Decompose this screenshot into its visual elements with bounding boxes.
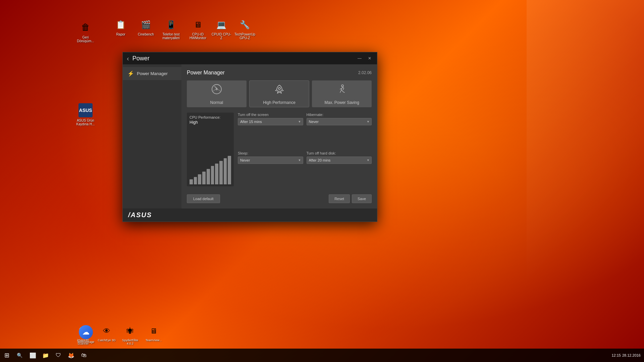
normal-mode-icon xyxy=(211,83,223,98)
start-button[interactable]: ⊞ xyxy=(0,349,13,362)
performance-bar-8 xyxy=(224,158,227,184)
cpu-performance-label: CPU Performance: xyxy=(190,115,220,119)
max-power-saving-button[interactable]: Max. Power Saving xyxy=(312,80,372,107)
sleep-group: Sleep: Never After 5 mins After 15 mins … xyxy=(238,151,303,186)
performance-bar-6 xyxy=(215,164,218,184)
taskbar-items: ⬜ 📁 🛡 🦊 🛍 xyxy=(27,349,90,362)
webstorage-icon[interactable]: ☁ WebStorage xyxy=(76,325,96,344)
sidebar-item-power-manager[interactable]: ⚡ Power Manager xyxy=(123,67,181,80)
svg-line-2 xyxy=(215,86,217,88)
power-window: ‹ Power — ✕ ⚡ Power Manager Power Manage… xyxy=(122,52,377,222)
minimize-button[interactable]: — xyxy=(355,54,364,63)
cpuid-cpu-z-icon[interactable]: 💻 CPUID CPU-Z xyxy=(211,18,231,40)
turn-off-hard-disk-group: Turn off hard disk: After 20 mins Never … xyxy=(307,151,372,186)
window-main: Power Manager 2.02.06 xyxy=(181,64,377,208)
bottom-buttons: Load default Reset Save xyxy=(187,191,372,203)
turn-off-screen-group: Turn off the screen After 15 mins Never … xyxy=(238,113,303,148)
recycle-bin-icon[interactable]: 🗑 Geri Dönüşüm... xyxy=(74,20,97,43)
back-button[interactable]: ‹ xyxy=(127,55,129,62)
panel-header: Power Manager 2.02.06 xyxy=(187,70,372,76)
turn-off-hard-disk-select[interactable]: After 20 mins Never After 10 mins After … xyxy=(307,157,372,164)
high-performance-icon xyxy=(273,83,285,98)
recycle-bin-label: Geri Dönüşüm... xyxy=(74,36,97,43)
svg-point-4 xyxy=(341,85,343,87)
mode-buttons: Normal Hig xyxy=(187,80,372,107)
turn-off-hard-disk-label: Turn off hard disk: xyxy=(307,151,372,155)
task-view-button[interactable]: ⬜ xyxy=(27,349,39,362)
sidebar-item-label: Power Manager xyxy=(137,71,168,76)
normal-mode-label: Normal xyxy=(210,100,223,105)
settings-section: Turn off the screen After 15 mins Never … xyxy=(238,113,372,186)
panel-version: 2.02.06 xyxy=(358,70,372,75)
cpu-hwmonitor-icon[interactable]: 🖥 CPU-ID HWMonitor xyxy=(188,18,208,40)
left-desktop-icons: 🗑 Geri Dönüşüm... ASUS ASUS Ürün Kaydına… xyxy=(74,20,97,133)
performance-bar-3 xyxy=(202,172,206,184)
window-titlebar: ‹ Power — ✕ xyxy=(123,52,377,64)
save-button[interactable]: Save xyxy=(352,194,372,203)
performance-bar-9 xyxy=(228,156,231,184)
gpu-z-icon[interactable]: 🔧 TechPowerUp GPU-Z xyxy=(235,18,255,40)
window-title: Power xyxy=(132,55,150,62)
max-power-saving-label: Max. Power Saving xyxy=(324,100,359,105)
close-button[interactable]: ✕ xyxy=(365,54,374,63)
performance-bars xyxy=(190,166,231,184)
performance-bar-4 xyxy=(207,169,210,184)
power-manager-icon: ⚡ xyxy=(127,70,134,77)
performance-bar-0 xyxy=(190,179,193,184)
performance-bar-2 xyxy=(198,174,201,184)
hibernate-group: Hibernate: Never After 15 mins After 30 … xyxy=(307,113,372,148)
sleep-select[interactable]: Never After 5 mins After 15 mins After 3… xyxy=(238,157,303,164)
panel-title: Power Manager xyxy=(187,70,225,76)
hibernate-select[interactable]: Never After 15 mins After 30 mins After … xyxy=(307,118,372,125)
right-top-icons: 🖥 CPU-ID HWMonitor 💻 CPUID CPU-Z 🔧 TechP… xyxy=(188,18,255,40)
shield-taskbar[interactable]: 🛡 xyxy=(52,349,64,362)
sleep-label: Sleep: xyxy=(238,151,303,155)
telefon-test-icon[interactable]: 📱 Telefon test materyalleri xyxy=(161,18,181,40)
teamviewer-icon[interactable]: 🖥 TeamView... xyxy=(144,325,164,345)
file-explorer-taskbar[interactable]: 📁 xyxy=(40,349,52,362)
turn-off-screen-label: Turn off the screen xyxy=(238,113,303,117)
normal-mode-button[interactable]: Normal xyxy=(187,80,247,107)
window-controls: — ✕ xyxy=(355,52,374,64)
asus-logo: /ASUS xyxy=(128,211,152,219)
power-saving-icon xyxy=(336,83,348,98)
performance-section: CPU Performance: High Turn off the scree… xyxy=(187,113,372,186)
window-content: ⚡ Power Manager Power Manager 2.02.06 xyxy=(123,64,377,208)
taskbar: ⊞ 🔍 ⬜ 📁 🛡 🦊 🛍 12:15 28.12.2016 xyxy=(0,349,644,362)
turn-off-screen-select[interactable]: After 15 mins Never After 1 min After 5 … xyxy=(238,118,303,125)
high-performance-mode-button[interactable]: High Performance xyxy=(249,80,310,107)
firefox-taskbar[interactable]: 🦊 xyxy=(65,349,77,362)
hibernate-label: Hibernate: xyxy=(307,113,372,117)
performance-bar-5 xyxy=(211,166,214,184)
rapor-icon[interactable]: 📋 Rapor xyxy=(111,18,131,40)
action-buttons: Reset Save xyxy=(329,194,372,203)
cpu-performance-chart: CPU Performance: High xyxy=(187,113,234,186)
load-default-button[interactable]: Load default xyxy=(187,194,220,203)
asus-product-label: ASUS Ürün Kaydına H... xyxy=(74,119,97,126)
performance-bar-7 xyxy=(219,161,223,184)
store-taskbar[interactable]: 🛍 xyxy=(78,349,90,362)
cinebench-icon[interactable]: 🎬 Cinebench xyxy=(136,18,156,40)
spyder-icon[interactable]: 🕷 SpyderEllite 4.0.2 xyxy=(120,325,140,345)
svg-point-3 xyxy=(278,87,280,89)
cpu-performance-value: High xyxy=(190,120,198,125)
top-desktop-icons: 📋 Rapor 🎬 Cinebench 📱 Telefon test mater… xyxy=(111,18,181,40)
taskbar-date: 28.12.2016 xyxy=(622,353,641,357)
window-sidebar: ⚡ Power Manager xyxy=(123,64,181,208)
taskbar-right: 12:15 28.12.2016 xyxy=(611,353,644,357)
high-performance-label: High Performance xyxy=(263,100,296,105)
performance-bar-1 xyxy=(194,177,197,184)
catcheye-icon[interactable]: 👁 CatchEye 3D xyxy=(97,325,117,345)
taskbar-time: 12:15 xyxy=(611,353,621,357)
asus-product-icon[interactable]: ASUS ASUS Ürün Kaydına H... xyxy=(74,103,97,126)
reset-button[interactable]: Reset xyxy=(329,194,350,203)
taskbar-search[interactable]: 🔍 xyxy=(13,349,25,362)
